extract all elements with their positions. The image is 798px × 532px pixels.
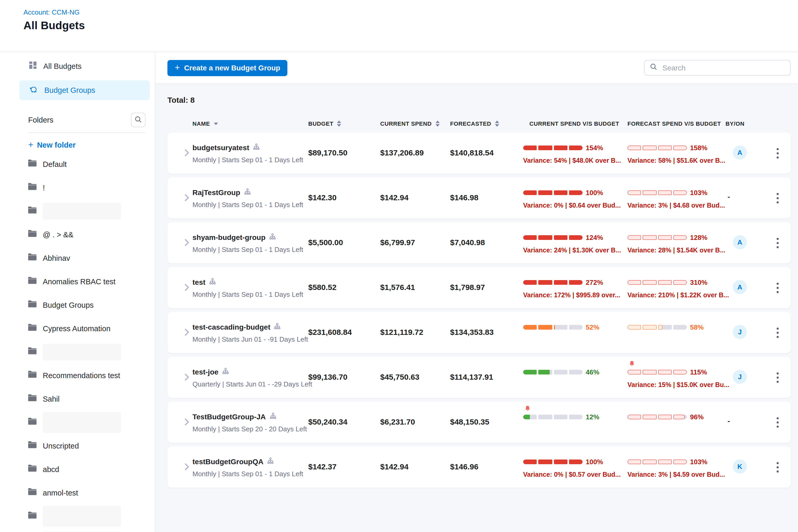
row-menu-button[interactable] bbox=[773, 282, 782, 308]
folder-list-item[interactable] bbox=[0, 411, 155, 434]
budget-period-subtitle: Monthly | Starts Sep 01 - 1 Days Left bbox=[192, 290, 308, 298]
folder-list-item[interactable]: Default bbox=[0, 152, 155, 176]
column-header-forecasted[interactable]: FORECASTED bbox=[450, 120, 523, 127]
expand-chevron-icon[interactable] bbox=[185, 149, 189, 174]
budget-group-name[interactable]: budgetsuryatest bbox=[192, 144, 249, 152]
redacted-folder-name bbox=[43, 412, 121, 433]
row-menu-button[interactable] bbox=[773, 461, 782, 488]
budget-group-name[interactable]: TestBudgetGroup-JA bbox=[192, 413, 266, 421]
budget-group-name[interactable]: test-cascading-budget bbox=[192, 323, 270, 331]
folder-name: Unscripted bbox=[43, 441, 79, 450]
current-spend-vs-budget-cell: 52% bbox=[523, 312, 627, 353]
expand-chevron-icon[interactable] bbox=[185, 463, 189, 488]
budget-group-name[interactable]: RajTestGroup bbox=[192, 188, 240, 197]
current-spend-vs-budget-cell: 100%Variance: 0% | $0.57 over Bud... bbox=[523, 446, 627, 488]
expand-chevron-icon[interactable] bbox=[185, 194, 189, 218]
budget-value: $142.37 bbox=[308, 446, 380, 488]
avatar[interactable]: J bbox=[733, 325, 747, 339]
row-menu-button[interactable] bbox=[773, 416, 782, 443]
row-menu-button[interactable] bbox=[773, 237, 782, 263]
expand-chevron-icon[interactable] bbox=[185, 328, 189, 353]
budget-group-row[interactable]: budgetsuryatest Monthly | Starts Sep 01 … bbox=[167, 132, 791, 174]
percent-label: 100% bbox=[586, 458, 603, 466]
budget-group-name[interactable]: shyam-budget-group bbox=[192, 233, 265, 242]
expand-chevron-icon[interactable] bbox=[185, 374, 189, 398]
avatar[interactable]: A bbox=[733, 235, 747, 249]
budget-group-row[interactable]: test-joe Quarterly | Starts Jun 01 - -29… bbox=[167, 357, 791, 398]
budget-value: $231,608.84 bbox=[308, 312, 380, 353]
budget-group-name[interactable]: test-joe bbox=[192, 368, 218, 376]
folder-list-item[interactable]: Unscripted bbox=[0, 434, 155, 457]
budget-group-row[interactable]: TestBudgetGroup-JA Monthly | Starts Sep … bbox=[167, 402, 791, 443]
spend-progress-bar bbox=[523, 415, 583, 419]
new-folder-button[interactable]: + New folder bbox=[28, 140, 155, 149]
by-on-cell: A bbox=[733, 132, 764, 174]
variance-label: Variance: 172% | $995.89 over... bbox=[523, 291, 627, 299]
divider bbox=[28, 132, 146, 133]
budget-group-name[interactable]: test bbox=[192, 278, 206, 286]
table-header: NAME BUDGET CURRENT SPEND FORECASTED bbox=[167, 120, 791, 127]
spend-progress-bar bbox=[523, 325, 583, 330]
expand-chevron-icon[interactable] bbox=[185, 284, 189, 308]
account-breadcrumb-link[interactable]: Account: CCM-NG bbox=[23, 0, 798, 16]
forecast-spend-vs-budget-cell: 58% bbox=[627, 312, 733, 353]
row-menu-button[interactable] bbox=[773, 372, 782, 398]
forecast-progress-bar bbox=[627, 370, 687, 375]
folder-icon bbox=[27, 206, 37, 216]
folder-list-item[interactable]: Budget Groups bbox=[0, 293, 155, 317]
folder-list-item[interactable]: @ . > && bbox=[0, 223, 155, 246]
by-on-cell: - bbox=[733, 402, 764, 443]
folder-list-item[interactable]: abcd bbox=[0, 457, 155, 481]
percent-label: 100% bbox=[586, 189, 603, 197]
expand-chevron-icon[interactable] bbox=[185, 418, 189, 443]
sidebar-item-all-budgets[interactable]: All Budgets bbox=[19, 56, 150, 76]
search-input[interactable] bbox=[661, 63, 785, 73]
avatar[interactable]: A bbox=[733, 146, 747, 159]
variance-label: Variance: 28% | $1.54K over B... bbox=[627, 247, 733, 254]
column-header-name[interactable]: NAME bbox=[192, 120, 308, 127]
sidebar-item-budget-groups[interactable]: Budget Groups bbox=[19, 80, 150, 100]
create-budget-group-button[interactable]: + Create a new Budget Group bbox=[167, 60, 288, 76]
folder-list-item[interactable]: ! bbox=[0, 176, 155, 199]
folder-list-item[interactable]: Cypress Automation bbox=[0, 317, 155, 340]
hierarchy-icon bbox=[209, 278, 216, 287]
folder-icon bbox=[27, 300, 37, 310]
budget-group-row[interactable]: shyam-budget-group Monthly | Starts Sep … bbox=[167, 222, 791, 263]
folder-list-item[interactable] bbox=[0, 199, 155, 223]
budget-group-row[interactable]: testBudgetGroupQA Monthly | Starts Sep 0… bbox=[167, 446, 791, 488]
current-spend-value: $137,206.89 bbox=[380, 132, 450, 174]
folder-list-item[interactable] bbox=[0, 528, 155, 532]
spend-progress-bar bbox=[523, 190, 583, 195]
folder-list-item[interactable]: Sahil bbox=[0, 387, 155, 411]
avatar[interactable]: A bbox=[733, 280, 747, 294]
forecast-progress-bar bbox=[627, 280, 687, 285]
folder-list-item[interactable]: anmol-test bbox=[0, 481, 155, 505]
avatar[interactable]: K bbox=[733, 459, 747, 474]
avatar[interactable]: J bbox=[733, 370, 747, 384]
row-menu-button[interactable] bbox=[773, 326, 782, 353]
folder-icon bbox=[27, 277, 37, 286]
budget-group-row[interactable]: test-cascading-budget Monthly | Starts J… bbox=[167, 312, 791, 353]
folder-name: anmol-test bbox=[43, 489, 78, 497]
expand-chevron-icon[interactable] bbox=[185, 239, 189, 263]
folder-search-button[interactable] bbox=[131, 113, 146, 127]
percent-label: 103% bbox=[690, 189, 707, 197]
folder-list-item[interactable]: Abhinav bbox=[0, 246, 155, 270]
budget-group-row[interactable]: test Monthly | Starts Sep 01 - 1 Days Le… bbox=[167, 267, 791, 308]
column-header-budget[interactable]: BUDGET bbox=[308, 120, 380, 127]
row-menu-button[interactable] bbox=[773, 147, 782, 174]
folder-list-item[interactable]: Recommendations test bbox=[0, 363, 155, 387]
column-header-current-spend[interactable]: CURRENT SPEND bbox=[380, 120, 450, 127]
folder-list-item[interactable] bbox=[0, 340, 155, 363]
folder-icon bbox=[27, 464, 37, 474]
variance-label: Variance: 0% | $0.57 over Bud... bbox=[523, 471, 627, 478]
folder-list-item[interactable]: Anomalies RBAC test bbox=[0, 270, 155, 293]
row-menu-button[interactable] bbox=[773, 192, 782, 218]
folder-list: Default ! @ . > && Abhinav Anomalies RBA… bbox=[0, 152, 155, 532]
folder-name: Abhinav bbox=[43, 254, 70, 262]
folder-list-item[interactable] bbox=[0, 505, 155, 528]
budget-period-subtitle: Monthly | Starts Sep 20 - 20 Days Left bbox=[192, 425, 308, 433]
budget-group-row[interactable]: RajTestGroup Monthly | Starts Sep 01 - 1… bbox=[167, 177, 791, 218]
budget-group-name[interactable]: testBudgetGroupQA bbox=[192, 457, 263, 466]
current-spend-vs-budget-cell: 272%Variance: 172% | $995.89 over... bbox=[523, 267, 627, 308]
